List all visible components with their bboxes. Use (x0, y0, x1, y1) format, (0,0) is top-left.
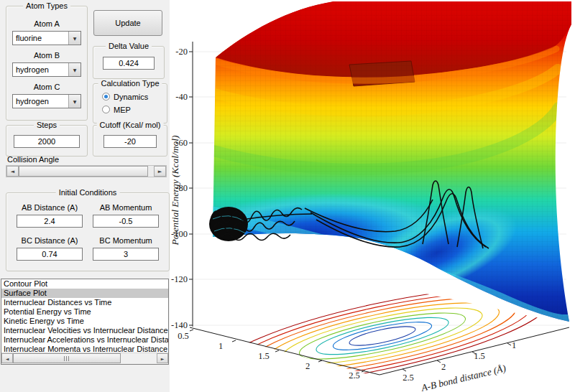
initial-conditions-title: Initial Conditions (56, 188, 120, 197)
chevron-down-icon[interactable]: ▼ (68, 63, 80, 76)
radio-mep[interactable]: MEP (102, 105, 131, 114)
calculation-type-title: Calculation Type (98, 79, 162, 88)
scroll-right-arrow-icon[interactable]: ► (157, 353, 168, 363)
bc-momentum-field[interactable] (93, 248, 159, 261)
bc-momentum-label: BC Momentum (93, 236, 159, 245)
svg-text:1.5: 1.5 (474, 351, 485, 361)
steps-field[interactable] (14, 135, 80, 148)
svg-text:-140: -140 (171, 320, 188, 330)
atom-b-value: hydrogen (13, 65, 68, 74)
bc-distance-label: BC Distance (A) (17, 236, 83, 245)
atom-a-label: Atom A (6, 19, 87, 28)
scrollbar-thumb[interactable] (13, 353, 121, 363)
plot-list-item[interactable]: Surface Plot (1, 289, 168, 298)
svg-text:2.5: 2.5 (402, 373, 414, 383)
cutoff-title: Cutoff (Kcal/ mol) (97, 121, 164, 129)
svg-text:-20: -20 (175, 47, 188, 57)
plot-list-item[interactable]: Potential Energy vs Time (1, 307, 168, 317)
delta-value-panel: Delta Value (93, 46, 165, 79)
svg-text:2: 2 (305, 361, 310, 371)
ab-distance-field[interactable] (17, 215, 83, 228)
plot-list-item[interactable]: Internuclear Velocities vs Internuclear … (1, 326, 168, 335)
plot-list-item[interactable]: Internuclear Distances vs Time (1, 298, 168, 307)
listbox-hscrollbar[interactable]: ◄ ► (1, 353, 168, 364)
plot-list-item[interactable]: Internuclear Accelerations vs Internucle… (1, 335, 168, 345)
radio-mep-label: MEP (114, 106, 131, 114)
svg-text:1.5: 1.5 (258, 351, 270, 361)
svg-text:-120: -120 (171, 274, 188, 284)
plot-list-item[interactable]: Contour Plot (1, 279, 168, 289)
atom-c-label: Atom C (6, 83, 87, 91)
chevron-down-icon[interactable]: ▼ (68, 95, 80, 108)
slider-thumb[interactable] (19, 166, 148, 177)
radio-icon[interactable] (102, 93, 110, 101)
delta-value-title: Delta Value (106, 42, 152, 50)
radio-dynamics[interactable]: Dynamics (102, 92, 148, 101)
radio-dynamics-label: Dynamics (114, 93, 148, 101)
radio-icon[interactable] (102, 106, 110, 113)
slider-left-arrow-icon[interactable]: ◄ (6, 166, 19, 177)
atom-a-value: fluorine (13, 34, 68, 42)
surface-plot-area: -20 -40 -60 -80 -100 -120 -140 0.5 1 1.5… (170, 0, 575, 392)
svg-text:2: 2 (441, 362, 446, 372)
plot-type-listbox[interactable]: Contour Plot Surface Plot Internuclear D… (1, 279, 169, 365)
steps-title: Steps (34, 121, 60, 129)
z-axis-label: Potential Energy (Kcal/mol) (170, 135, 180, 246)
initial-conditions-panel: Initial Conditions AB Distance (A) AB Mo… (6, 192, 170, 271)
collision-angle-slider[interactable]: ◄ ► (6, 165, 167, 177)
delta-value-field[interactable] (103, 57, 155, 70)
svg-text:1: 1 (218, 341, 223, 351)
ab-distance-label: AB Distance (A) (17, 203, 83, 212)
atom-types-title: Atom Types (23, 1, 70, 10)
bc-distance-field[interactable] (17, 248, 83, 261)
ab-momentum-field[interactable] (93, 215, 159, 228)
ab-momentum-label: AB Momentum (93, 203, 159, 212)
update-button[interactable]: Update (93, 10, 162, 36)
atom-c-dropdown[interactable]: hydrogen ▼ (12, 94, 81, 108)
atom-a-dropdown[interactable]: fluorine ▼ (12, 31, 81, 45)
calculation-type-panel: Calculation Type Dynamics MEP (93, 83, 167, 123)
svg-text:0.5: 0.5 (178, 331, 189, 341)
svg-text:1: 1 (512, 340, 516, 350)
cutoff-panel: Cutoff (Kcal/ mol) (93, 125, 167, 157)
scroll-left-arrow-icon[interactable]: ◄ (1, 353, 13, 363)
surface-plot-canvas: -20 -40 -60 -80 -100 -120 -140 0.5 1 1.5… (170, 0, 575, 392)
slider-right-arrow-icon[interactable]: ► (154, 166, 166, 177)
atom-b-dropdown[interactable]: hydrogen ▼ (12, 62, 81, 77)
svg-text:2.5: 2.5 (349, 370, 360, 381)
collision-angle-label: Collision Angle (7, 155, 59, 164)
svg-text:-40: -40 (175, 92, 188, 102)
cutoff-field[interactable] (104, 135, 157, 148)
plot-list-item[interactable]: Kinetic Energy vs Time (1, 317, 168, 326)
atom-types-panel: Atom Types Atom A fluorine ▼ Atom B hydr… (6, 6, 88, 121)
atom-c-value: hydrogen (13, 97, 68, 106)
atom-b-label: Atom B (6, 51, 87, 60)
scrollbar-grip-icon (64, 356, 70, 361)
chevron-down-icon[interactable]: ▼ (68, 32, 80, 45)
steps-panel: Steps (6, 125, 88, 157)
